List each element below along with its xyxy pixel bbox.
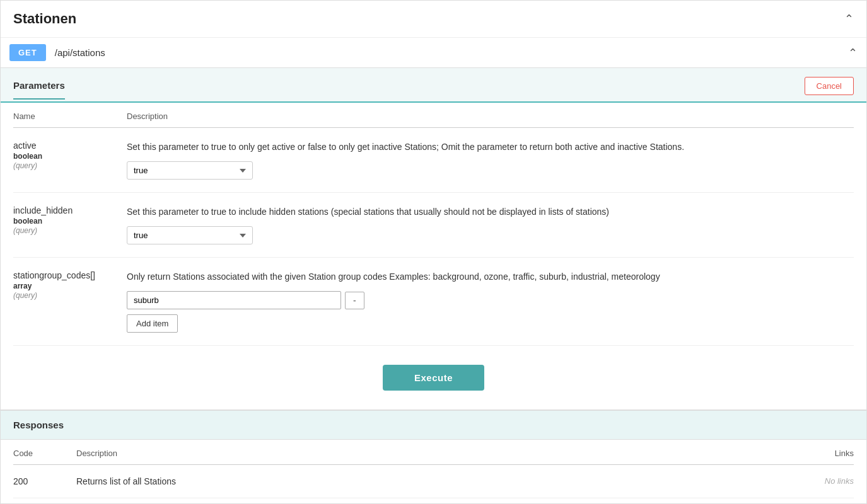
- param-type-active: boolean: [13, 152, 114, 161]
- param-location-active: (query): [13, 161, 114, 170]
- param-description-include-hidden: Set this parameter to true to include hi…: [127, 205, 854, 219]
- col-name-header: Name: [13, 112, 127, 121]
- resp-col-desc-header: Description: [76, 449, 759, 458]
- endpoint-path: /api/stations: [55, 47, 848, 58]
- param-desc-col-active: Set this parameter to true to only get a…: [127, 140, 854, 180]
- params-col-headers: Name Description: [13, 103, 854, 128]
- param-type-stationgroup-codes: array: [13, 282, 114, 290]
- method-badge: GET: [9, 44, 46, 61]
- param-location-include-hidden: (query): [13, 226, 114, 235]
- responses-col-headers: Code Description Links: [13, 440, 854, 465]
- param-name-col-stationgroup-codes: stationgroup_codes[] array (query): [13, 270, 127, 300]
- resp-desc-200: Returns list of all Stations: [76, 476, 759, 486]
- array-input-row: -: [127, 291, 854, 309]
- param-description-active: Set this parameter to true to only get a…: [127, 140, 854, 154]
- param-desc-col-stationgroup-codes: Only return Stations associated with the…: [127, 270, 854, 333]
- parameters-section: Parameters Cancel Name Description activ…: [1, 68, 866, 410]
- param-select-active[interactable]: true false: [127, 161, 253, 180]
- param-row-include-hidden: include_hidden boolean (query) Set this …: [13, 193, 854, 258]
- resp-links-200: No links: [759, 476, 854, 486]
- param-name-col-active: active boolean (query): [13, 140, 127, 170]
- param-name-col-include-hidden: include_hidden boolean (query): [13, 205, 127, 235]
- page-title: Stationen: [13, 11, 76, 27]
- param-row-active: active boolean (query) Set this paramete…: [13, 128, 854, 193]
- params-table-area: Name Description active boolean (query) …: [1, 103, 866, 410]
- execute-area: Execute: [13, 346, 854, 410]
- params-title: Parameters: [13, 80, 65, 100]
- param-row-stationgroup-codes: stationgroup_codes[] array (query) Only …: [13, 258, 854, 346]
- remove-item-button[interactable]: -: [345, 292, 364, 309]
- param-description-stationgroup-codes: Only return Stations associated with the…: [127, 270, 854, 284]
- execute-button[interactable]: Execute: [383, 365, 484, 391]
- params-header: Parameters Cancel: [1, 68, 866, 103]
- param-name-stationgroup-codes: stationgroup_codes[]: [13, 270, 95, 280]
- responses-table: Code Description Links 200 Returns list …: [1, 440, 866, 498]
- param-location-stationgroup-codes: (query): [13, 291, 114, 300]
- param-name-active: active: [13, 140, 37, 151]
- responses-header: Responses: [1, 411, 866, 440]
- endpoint-bar: GET /api/stations ⌃: [1, 38, 866, 68]
- resp-col-links-header: Links: [759, 449, 854, 458]
- table-row: 200 Returns list of all Stations No link…: [13, 465, 854, 498]
- param-type-include-hidden: boolean: [13, 217, 114, 226]
- resp-col-code-header: Code: [13, 449, 76, 458]
- collapse-title-icon[interactable]: ⌃: [844, 12, 854, 26]
- endpoint-collapse-icon[interactable]: ⌃: [848, 46, 858, 60]
- responses-section: Responses Code Description Links 200 Ret…: [1, 410, 866, 498]
- cancel-button[interactable]: Cancel: [805, 77, 854, 95]
- param-name-include-hidden: include_hidden: [13, 205, 73, 215]
- param-select-include-hidden[interactable]: true false: [127, 226, 253, 244]
- param-desc-col-include-hidden: Set this parameter to true to include hi…: [127, 205, 854, 244]
- col-desc-header: Description: [127, 112, 854, 121]
- title-bar: Stationen ⌃: [1, 1, 866, 38]
- add-item-button[interactable]: Add item: [127, 314, 178, 333]
- array-text-input[interactable]: [127, 291, 341, 309]
- resp-code-200: 200: [13, 476, 76, 486]
